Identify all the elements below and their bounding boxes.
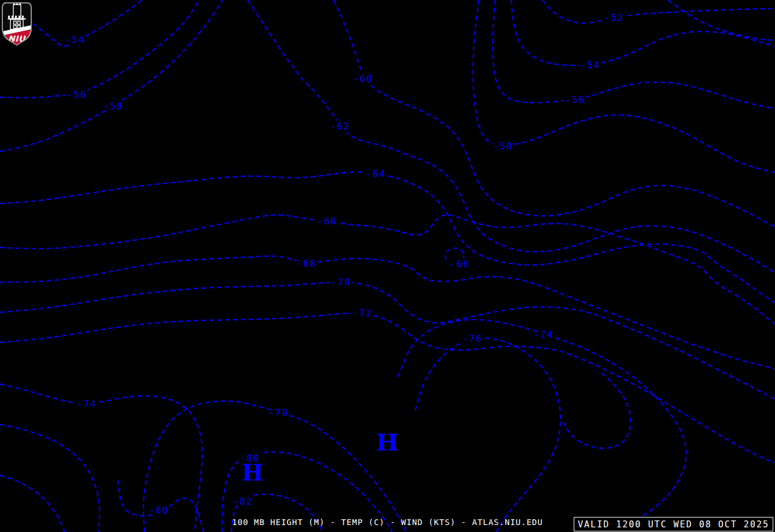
contour-line-68-mid [0, 256, 775, 369]
contour-label: -78 [269, 407, 289, 418]
contour-line-74-right [398, 320, 687, 532]
contour-line-76-left [0, 424, 99, 532]
contour-line-66-mid [0, 215, 775, 324]
contour-label: -66 [450, 258, 470, 269]
contour-line-56-right [493, 0, 775, 109]
contour-label: -58 [104, 101, 124, 112]
contour-label: -56 [566, 94, 586, 105]
contour-label: -68 [297, 258, 317, 269]
contour-label: -58 [493, 141, 514, 152]
contour-label: -52 [604, 12, 625, 23]
contour-map-canvas: -54-56-58-60-62-64-52-54-56-58-66-68-66-… [0, 0, 775, 532]
contour-label: -56 [67, 89, 87, 100]
contour-label: -54 [581, 60, 601, 71]
contour-line-52-right [542, 0, 775, 23]
high-center-symbol: H [242, 459, 264, 486]
contour-line-50-right [668, 0, 775, 40]
contour-label: -74 [77, 398, 97, 409]
contour-line-78-arch [143, 401, 406, 532]
contour-label: -70 [331, 276, 352, 287]
contour-line-76-right [415, 338, 560, 532]
contour-line-60-mid [334, 0, 775, 227]
contour-label: -60 [353, 73, 374, 84]
contour-line-hook-se [562, 373, 630, 448]
high-center-symbol: H [377, 428, 398, 456]
contour-label: -72 [353, 308, 373, 319]
valid-time-box: VALID 1200 UTC WED 08 OCT 2025 [574, 517, 773, 531]
contour-label: -76 [463, 333, 483, 344]
contour-line-64-mid [0, 172, 775, 303]
contour-label: -54 [65, 34, 86, 45]
weather-map-screen: -54-56-58-60-62-64-52-54-56-58-66-68-66-… [0, 0, 775, 532]
contour-label: -80 [149, 505, 169, 516]
contour-label: -82 [233, 496, 253, 507]
contour-line-70-mid [0, 282, 775, 399]
contour-label: -74 [534, 329, 554, 340]
niu-logo: NIU [1, 1, 34, 47]
contour-line-74-left [0, 384, 202, 532]
contour-label: -66 [318, 216, 338, 227]
contour-line-54-right [511, 0, 775, 65]
contour-label: -62 [330, 121, 350, 132]
contour-line-62-mid [248, 0, 775, 273]
contour-label: -64 [366, 168, 386, 179]
